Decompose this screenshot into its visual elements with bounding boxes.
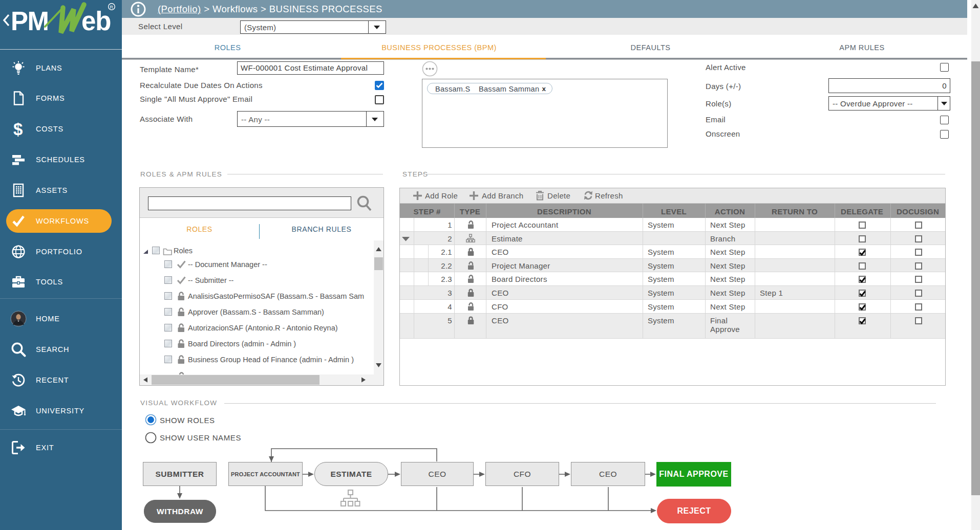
svg-text:PM: PM bbox=[11, 7, 49, 36]
svg-text:R: R bbox=[110, 5, 114, 10]
svg-text:eb: eb bbox=[81, 7, 111, 36]
svg-text:$: $ bbox=[13, 121, 23, 137]
